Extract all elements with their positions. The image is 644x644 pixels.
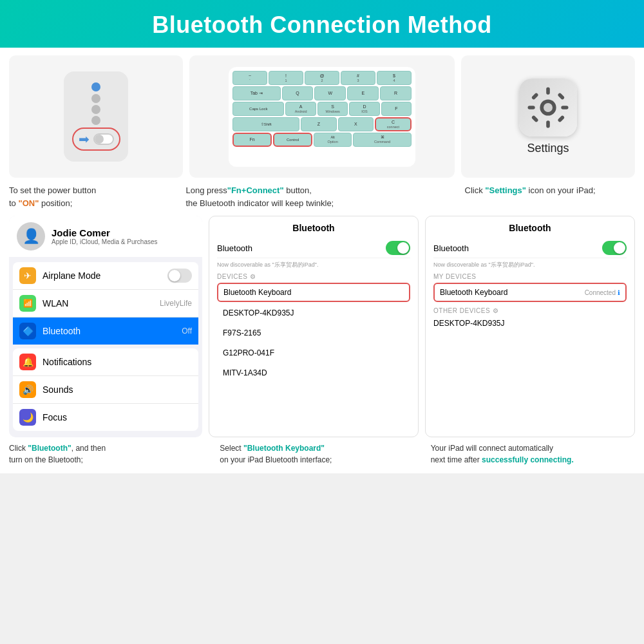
ios-row-bluetooth[interactable]: 🔷 Bluetooth Off [13,317,198,345]
bt-right-label: Bluetooth [433,243,469,253]
svg-rect-4 [528,106,535,109]
key-3: #3 [341,71,375,85]
kb-row-1: ~` !1 @2 #3 $4 [232,71,412,85]
ios-row-wlan[interactable]: 📶 WLAN LivelyLife [13,290,198,317]
page-header: Bluetooth Connection Method [0,0,644,48]
airplane-toggle[interactable] [167,269,192,283]
bt-left-device-4[interactable]: MITV-1A34D [217,364,410,382]
bluetooth-label: Bluetooth [43,326,175,336]
step3-desc: Click "Settings" icon on your iPad; [465,184,635,209]
kb-row-4: ⇧Shift Z X Cconnect [232,117,412,131]
wlan-icon: 📶 [19,295,36,312]
desc-row-2: Click "Bluetooth", and then turn on the … [9,442,635,466]
key-control: Control [273,133,312,147]
power-switch-area: ➡ [72,128,120,151]
ios-section-1: ✈ Airplane Mode 📶 WLAN LivelyLife 🔷 Blue… [13,262,198,345]
svg-rect-3 [546,120,550,128]
step6-desc: Your iPad will connect automatically nex… [431,442,635,466]
ios-row-notifications[interactable]: 🔔 Notifications [13,348,198,376]
ios-profile-name: Jodie Comer [52,227,158,238]
key-a: AAndroid [285,102,316,116]
bt-right-other-1[interactable]: DESKTOP-4KD935J [433,317,627,330]
dot-blue [91,82,100,91]
airplane-icon: ✈ [19,267,36,284]
svg-rect-9 [557,115,565,122]
bt-right-discoverable: Now discoverable as "乐享贸易的iPad". [433,261,627,269]
bt-left-discoverable: Now discoverable as "乐享贸易的iPad". [217,261,410,269]
notifications-label: Notifications [43,357,192,367]
bt-right-keyboard[interactable]: Bluetooth Keyboard Connected ℹ [433,283,627,302]
key-command: ⌘Command [353,133,412,147]
bt-left-toggle[interactable] [386,241,410,255]
focus-label: Focus [43,412,192,422]
key-r: R [380,86,412,100]
page-title: Bluetooth Connection Method [13,12,631,39]
airplane-label: Airplane Mode [43,270,161,281]
bt-connected-badge: Connected ℹ [585,289,620,296]
svg-rect-7 [557,92,565,100]
main-content: ➡ ~` !1 @2 #3 $4 [0,48,644,473]
bt-left-device-2[interactable]: F97S-2165 [217,324,410,342]
power-panel: ➡ [9,55,183,178]
dot-gray3 [91,116,100,125]
key-alt: AltOption [314,133,352,147]
key-z: Z [301,117,336,131]
settings-icon [519,79,577,137]
ios-row-airplane[interactable]: ✈ Airplane Mode [13,262,198,290]
bt-scan-panel-left: Bluetooth Bluetooth Now discoverable as … [209,216,419,437]
bt-left-devices-header: DEVICES ⚙ [217,273,410,280]
ios-profile: 👤 Jodie Comer Apple ID, iCloud, Media & … [9,216,202,257]
settings-label: Settings [527,142,569,155]
ios-avatar: 👤 [17,222,45,251]
keyboard-panel-img: ~` !1 @2 #3 $4 Tab ⇥ Q W E R [193,65,451,168]
bt-right-my-devices-header: MY DEVICES [433,273,627,280]
bt-right-toggle[interactable] [602,241,627,255]
keyboard-image: ~` !1 @2 #3 $4 Tab ⇥ Q W E R [229,67,415,167]
svg-rect-2 [546,87,550,94]
key-f: F [381,102,412,116]
ios-section-2: 🔔 Notifications 🔊 Sounds 🌙 Focus [13,348,198,431]
key-c-connect: Cconnect [375,117,412,131]
key-shift: ⇧Shift [232,117,299,131]
key-q: Q [282,86,314,100]
ios-settings-panel: 👤 Jodie Comer Apple ID, iCloud, Media & … [9,216,202,437]
focus-icon: 🌙 [19,409,36,426]
step2-desc: Long press"Fn+Connect" button, the Bluet… [185,184,458,209]
kb-row-2: Tab ⇥ Q W E R [232,86,412,100]
bt-left-device-3[interactable]: G12PRO-041F [217,344,410,362]
step1-desc: To set the power button to "ON" position… [9,184,179,209]
settings-gear-svg [526,85,571,130]
sounds-label: Sounds [43,384,192,395]
key-1: !1 [269,71,303,85]
bt-left-device-1[interactable]: DESKTOP-4KD935J [217,304,410,322]
step4-desc: Click "Bluetooth", and then turn on the … [9,442,213,466]
key-4: $4 [377,71,412,85]
bt-left-keyboard[interactable]: Bluetooth Keyboard [217,283,410,302]
bluetooth-icon: 🔷 [19,323,36,339]
ios-row-focus[interactable]: 🌙 Focus [13,404,198,431]
wlan-value: LivelyLife [160,299,192,308]
key-d: DIOS [349,102,379,116]
bt-left-title: Bluetooth [217,223,410,233]
key-tilde: ~` [232,71,267,85]
svg-rect-5 [561,106,568,109]
toggle-switch [93,133,114,145]
wlan-label: WLAN [43,298,153,308]
ios-profile-sub: Apple ID, iCloud, Media & Purchases [52,238,158,245]
bt-right-title: Bluetooth [433,223,627,233]
power-device: ➡ [64,71,128,162]
key-tab: Tab ⇥ [232,86,281,100]
arrow-right-icon: ➡ [79,131,90,147]
dot-gray1 [91,94,100,103]
svg-point-1 [544,103,553,112]
key-2: @2 [305,71,339,85]
power-panel-img: ➡ [15,62,176,171]
dot-gray2 [91,105,100,114]
svg-rect-6 [531,92,539,100]
bottom-row: 👤 Jodie Comer Apple ID, iCloud, Media & … [9,216,635,437]
notifications-icon: 🔔 [19,354,36,370]
desc-row-1: To set the power button to "ON" position… [9,184,635,209]
key-capslock: Caps Lock [232,102,284,116]
ios-row-sounds[interactable]: 🔊 Sounds [13,376,198,404]
bt-left-label: Bluetooth [217,243,252,253]
